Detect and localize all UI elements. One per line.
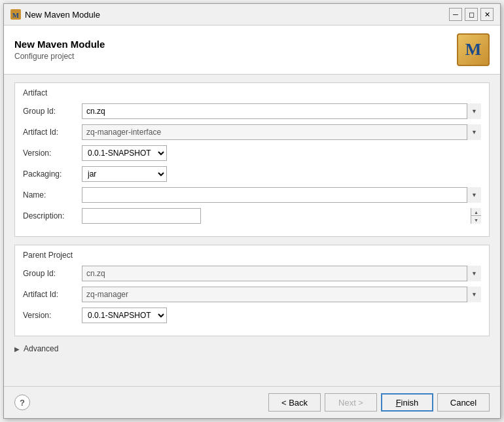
packaging-label: Packaging: xyxy=(23,169,82,179)
maven-title-icon: M xyxy=(10,9,21,20)
close-button[interactable]: ✕ xyxy=(480,8,494,21)
artifact-id-input[interactable] xyxy=(82,124,481,140)
title-bar-controls: ─ ◻ ✕ xyxy=(449,8,494,21)
parent-group-id-row: Group Id: ▼ xyxy=(23,265,481,282)
header-subtitle: Configure project xyxy=(14,52,105,61)
group-id-row: Group Id: ▼ xyxy=(23,103,481,120)
group-id-dropdown-arrow[interactable]: ▼ xyxy=(467,103,481,119)
advanced-row[interactable]: ▶ Advanced xyxy=(14,344,490,353)
parent-version-select-wrapper: 0.0.1-SNAPSHOT xyxy=(82,308,167,323)
advanced-expand-icon: ▶ xyxy=(14,345,20,353)
next-button[interactable]: Next > xyxy=(325,393,377,412)
artifact-id-label: Artifact Id: xyxy=(23,128,82,137)
name-input[interactable] xyxy=(82,187,481,203)
parent-version-row: Version: 0.0.1-SNAPSHOT xyxy=(23,307,481,324)
parent-group-id-input-wrapper: ▼ xyxy=(82,266,481,281)
back-button[interactable]: < Back xyxy=(268,393,321,412)
svg-text:M: M xyxy=(12,11,20,19)
description-label: Description: xyxy=(23,211,82,220)
description-scroll-down[interactable]: ▼ xyxy=(471,215,481,224)
packaging-select[interactable]: jar war pom ear xyxy=(82,166,167,182)
title-bar-left: M New Maven Module xyxy=(10,9,100,20)
dialog-window: M New Maven Module ─ ◻ ✕ New Maven Modul… xyxy=(3,3,501,419)
version-select[interactable]: 0.0.1-SNAPSHOT xyxy=(82,145,167,161)
group-id-input-wrapper: ▼ xyxy=(82,103,481,119)
description-wrapper: ▲ ▼ xyxy=(82,208,481,224)
parent-section-title: Parent Project xyxy=(23,251,481,260)
header-title: New Maven Module xyxy=(14,39,105,50)
finish-button[interactable]: Finish xyxy=(381,393,433,412)
parent-artifact-id-input[interactable] xyxy=(82,287,481,302)
footer-left: ? xyxy=(14,395,30,410)
parent-group-id-label: Group Id: xyxy=(23,269,82,278)
parent-group-id-dropdown-arrow[interactable]: ▼ xyxy=(467,266,481,281)
minimize-button[interactable]: ─ xyxy=(449,8,462,21)
packaging-row: Packaging: jar war pom ear xyxy=(23,166,481,183)
header-left: New Maven Module Configure project xyxy=(14,39,105,61)
artifact-id-input-wrapper: ▼ xyxy=(82,124,481,140)
artifact-section: Artifact Group Id: ▼ Artifact Id: ▼ Ver xyxy=(14,82,490,237)
parent-artifact-id-row: Artifact Id: ▼ xyxy=(23,286,481,303)
name-dropdown-arrow[interactable]: ▼ xyxy=(467,187,481,203)
parent-version-label: Version: xyxy=(23,311,82,320)
parent-artifact-id-dropdown-arrow[interactable]: ▼ xyxy=(467,287,481,302)
group-id-label: Group Id: xyxy=(23,107,82,116)
version-row: Version: 0.0.1-SNAPSHOT xyxy=(23,145,481,162)
name-label: Name: xyxy=(23,190,82,200)
name-row: Name: ▼ xyxy=(23,186,481,203)
content-area: Artifact Group Id: ▼ Artifact Id: ▼ Ver xyxy=(4,75,500,386)
name-input-wrapper: ▼ xyxy=(82,187,481,203)
maximize-button[interactable]: ◻ xyxy=(465,8,478,21)
parent-artifact-id-input-wrapper: ▼ xyxy=(82,287,481,302)
group-id-input[interactable] xyxy=(82,103,481,119)
title-bar: M New Maven Module ─ ◻ ✕ xyxy=(4,4,500,26)
description-row: Description: ▲ ▼ xyxy=(23,207,481,224)
parent-project-section: Parent Project Group Id: ▼ Artifact Id: … xyxy=(14,245,490,336)
packaging-select-wrapper: jar war pom ear xyxy=(82,166,167,182)
parent-artifact-id-label: Artifact Id: xyxy=(23,290,82,299)
parent-group-id-input[interactable] xyxy=(82,266,481,281)
cancel-button[interactable]: Cancel xyxy=(437,393,490,412)
advanced-label: Advanced xyxy=(24,344,58,353)
window-title: New Maven Module xyxy=(25,10,100,20)
parent-version-select[interactable]: 0.0.1-SNAPSHOT xyxy=(82,308,167,323)
header-section: New Maven Module Configure project M xyxy=(4,26,500,75)
artifact-section-title: Artifact xyxy=(23,88,481,97)
artifact-id-dropdown-arrow[interactable]: ▼ xyxy=(467,124,481,140)
footer-buttons: < Back Next > Finish Cancel xyxy=(268,393,490,412)
description-input[interactable] xyxy=(82,208,201,224)
version-label: Version: xyxy=(23,149,82,158)
maven-logo-icon: M xyxy=(457,33,490,66)
artifact-id-row: Artifact Id: ▼ xyxy=(23,124,481,141)
footer: ? < Back Next > Finish Cancel xyxy=(4,386,500,418)
help-button[interactable]: ? xyxy=(14,395,30,410)
version-select-wrapper: 0.0.1-SNAPSHOT xyxy=(82,145,167,161)
